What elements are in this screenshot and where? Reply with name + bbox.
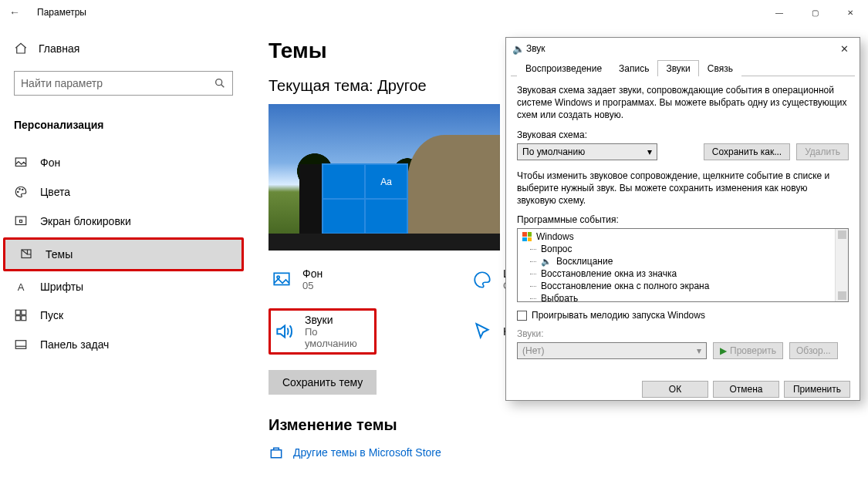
store-link[interactable]: Другие темы в Microsoft Store	[269, 445, 846, 460]
sidebar: Главная Найти параметр Персонализация Фо…	[0, 25, 247, 491]
store-link-label: Другие темы в Microsoft Store	[293, 446, 441, 459]
titlebar: ← Параметры ― ▢ ✕	[0, 0, 868, 25]
svg-rect-5	[15, 217, 26, 225]
tab-sounds[interactable]: Звуки	[657, 60, 698, 76]
svg-rect-10	[15, 316, 20, 321]
events-label: Программные события:	[517, 214, 849, 225]
sound-value: (Нет)	[522, 345, 544, 356]
minimize-button[interactable]: ―	[762, 0, 797, 25]
search-input[interactable]: Найти параметр	[14, 71, 233, 96]
dialog-title: Звук	[526, 43, 545, 54]
svg-rect-9	[22, 310, 26, 314]
tab-communications[interactable]: Связь	[699, 60, 741, 76]
tile-background[interactable]: Фон 05	[269, 264, 469, 294]
chevron-down-icon: ▾	[697, 345, 701, 356]
speaker-icon	[274, 321, 294, 341]
home-icon	[14, 42, 28, 55]
sidebar-item-themes[interactable]: Темы	[5, 240, 241, 269]
svg-point-4	[22, 189, 24, 190]
scheme-value: По умолчанию	[522, 146, 585, 157]
play-startup-checkbox[interactable]: Проигрывать мелодию запуска Windows	[517, 310, 849, 321]
scheme-combobox[interactable]: По умолчанию ▾	[517, 143, 657, 160]
sidebar-item-lockscreen[interactable]: Экран блокировки	[0, 207, 247, 236]
search-placeholder: Найти параметр	[21, 77, 103, 89]
tile-title: Фон	[302, 267, 323, 280]
tile-value: 05	[302, 280, 323, 291]
test-button[interactable]: ▶Проверить	[713, 342, 783, 359]
start-icon	[14, 308, 28, 322]
events-description: Чтобы изменить звуковое сопровождение, щ…	[517, 170, 849, 207]
close-button[interactable]: ✕	[836, 43, 853, 55]
svg-rect-12	[15, 341, 26, 349]
scrollbar[interactable]	[835, 229, 848, 301]
fonts-icon: A	[14, 281, 28, 293]
tree-item-label: Выбрать	[541, 293, 578, 302]
sidebar-item-background[interactable]: Фон	[0, 148, 247, 177]
svg-rect-11	[22, 316, 26, 321]
tab-playback[interactable]: Воспроизведение	[517, 60, 610, 76]
home-label: Главная	[39, 42, 79, 55]
tree-item-label: Восклицание	[556, 256, 613, 267]
save-as-button[interactable]: Сохранить как...	[704, 143, 790, 160]
ok-button[interactable]: ОК	[642, 381, 708, 398]
windows-icon	[522, 232, 532, 241]
cursor-icon	[472, 321, 492, 341]
tree-item[interactable]: 🔈Восклицание	[521, 255, 845, 267]
delete-button[interactable]: Удалить	[796, 143, 849, 160]
category-title: Персонализация	[0, 105, 247, 139]
sidebar-item-label: Экран блокировки	[40, 215, 131, 227]
sounds-field-label: Звуки:	[517, 328, 849, 339]
svg-point-0	[216, 79, 222, 86]
sidebar-item-label: Панель задач	[40, 338, 109, 351]
tab-recording[interactable]: Запись	[610, 60, 657, 76]
tree-item[interactable]: Восстановление окна с полного экрана	[521, 280, 845, 292]
close-button[interactable]: ✕	[833, 0, 868, 25]
svg-rect-6	[20, 220, 22, 223]
browse-button[interactable]: Обзор...	[789, 342, 838, 359]
tree-item-label: Восстановление окна с полного экрана	[541, 281, 709, 291]
sample-text: Aa	[365, 164, 407, 199]
tree-root-label: Windows	[536, 231, 574, 242]
sidebar-item-fonts[interactable]: A Шрифты	[0, 273, 247, 301]
tabs: Воспроизведение Запись Звуки Связь	[511, 59, 855, 76]
svg-point-2	[18, 191, 19, 193]
svg-rect-1	[15, 158, 26, 166]
palette-icon	[14, 185, 28, 199]
theme-preview: Aa	[269, 104, 500, 251]
tree-item[interactable]: Вопрос	[521, 243, 845, 255]
tree-item[interactable]: Восстановление окна из значка	[521, 267, 845, 280]
chevron-down-icon: ▾	[647, 146, 652, 157]
tile-value: По умолчанию	[305, 326, 371, 349]
checkbox-box	[517, 311, 527, 321]
cancel-button[interactable]: Отмена	[713, 381, 779, 398]
apply-button[interactable]: Применить	[784, 381, 850, 398]
scheme-label: Звуковая схема:	[517, 129, 849, 140]
taskbar-icon	[14, 338, 28, 351]
tile-sounds[interactable]: Звуки По умолчанию	[271, 311, 374, 352]
dialog-titlebar: 🔈 Звук ✕	[506, 38, 860, 59]
tile-title: Звуки	[305, 314, 371, 326]
image-icon	[272, 270, 292, 290]
events-tree[interactable]: Windows Вопрос 🔈Восклицание Восстановлен…	[517, 228, 849, 302]
sound-combobox[interactable]: (Нет) ▾	[517, 342, 707, 359]
speaker-icon: 🔈	[512, 43, 526, 55]
image-icon	[14, 156, 28, 170]
sidebar-item-taskbar[interactable]: Панель задач	[0, 330, 247, 359]
sidebar-item-label: Пуск	[40, 309, 63, 321]
window-title: Параметры	[37, 7, 86, 18]
nav-list: Фон Цвета Экран блокировки Темы	[0, 148, 247, 359]
change-theme-heading: Изменение темы	[269, 416, 846, 434]
search-icon	[214, 77, 226, 89]
sidebar-item-label: Фон	[40, 156, 60, 169]
test-label: Проверить	[730, 345, 776, 356]
checkbox-label: Проигрывать мелодию запуска Windows	[532, 310, 705, 321]
save-theme-button[interactable]: Сохранить тему	[269, 370, 377, 395]
back-button[interactable]: ←	[9, 6, 37, 18]
maximize-button[interactable]: ▢	[797, 0, 833, 25]
tree-item[interactable]: Выбрать	[521, 292, 845, 302]
sidebar-item-label: Шрифты	[40, 281, 83, 293]
sidebar-item-start[interactable]: Пуск	[0, 301, 247, 330]
sidebar-item-colors[interactable]: Цвета	[0, 177, 247, 207]
home-link[interactable]: Главная	[0, 35, 247, 62]
tree-root[interactable]: Windows	[521, 230, 845, 243]
